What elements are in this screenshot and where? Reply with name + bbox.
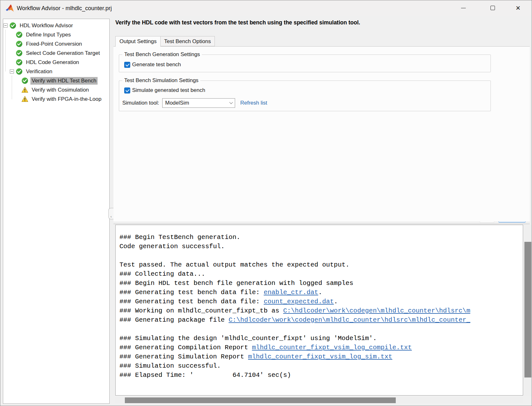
console-line: ### Generating Compilation Report mlhdlc… [119,343,523,352]
workflow-tree: HDL Workflow AdvisorDefine Input TypesFi… [3,19,110,404]
group-title: Test Bench Generation Settings [122,51,202,58]
sidebar-item-hdl-code-generation[interactable]: HDL Code Generation [3,58,109,67]
console-line: ### Generating package file C:\hdlcoder\… [119,315,523,325]
console-link[interactable]: C:\hdlcoder\work\codegen\mlhdlc_counter\… [283,307,471,314]
tree-item-label: Fixed-Point Conversion [25,40,83,48]
sidebar-item-fixed-point-conversion[interactable]: Fixed-Point Conversion [3,39,109,48]
simulate-test-bench-label: Simulate generated test bench [132,87,205,93]
refresh-list-link[interactable]: Refresh list [240,100,267,106]
sidebar-item-select-code-generation-target[interactable]: Select Code Generation Target [3,48,109,58]
generate-test-bench-label: Generate test bench [132,61,181,68]
console-line [119,325,523,334]
step-pane: Verify the HDL code with test vectors fr… [113,16,532,406]
console-line: ### Generating test bench data file: cou… [119,297,523,306]
console-text: ### Begin TestBench generation. [119,234,240,241]
tree-item-label: Verification [25,68,54,75]
console-text: . [318,289,322,296]
sidebar-item-hdl-workflow-advisor[interactable]: HDL Workflow Advisor [3,21,109,30]
console-text: ### Generating test bench data file: [119,289,264,296]
tree-collapse-icon[interactable] [10,69,14,74]
console-link[interactable]: C:\hdlcoder\work\codegen\mlhdlc_counter\… [228,316,470,324]
tree-item-label: Verify with HDL Test Bench [30,77,98,85]
sidebar-item-verify-with-cosimulation[interactable]: Verify with Cosimulation [3,85,109,94]
console-text: ### Simulation successful. [119,362,221,370]
console-text: ### Elapsed Time: ' 64.7104' sec(s) [119,371,291,379]
console-line: ### Generating Simulation Report mlhdlc_… [119,352,523,361]
status-check-icon [16,31,22,38]
console-line: ### Generating test bench data file: ena… [119,288,523,297]
maximize-icon[interactable] [483,0,503,16]
generate-test-bench-checkbox[interactable] [124,62,130,68]
close-icon[interactable]: ✕ [508,0,528,16]
output-settings-panel: Test Bench Generation Settings Generate … [113,46,530,222]
console-text: ### Working on mlhdlc_counter_fixpt_tb a… [119,307,283,314]
console-link[interactable]: mlhdlc_counter_fixpt_vsim_log_compile.tx… [252,344,412,351]
vertical-scrollbar-thumb[interactable] [524,242,531,377]
sidebar-item-verification[interactable]: Verification [3,67,109,76]
status-warning-icon [22,87,28,93]
status-check-icon [22,77,28,84]
simulation-tool-dropdown[interactable]: ModelSim [162,98,235,108]
tree-item-label: Select Code Generation Target [25,49,101,57]
console-text: ### Generating package file [119,316,228,324]
console-line: Code generation successful. [119,242,523,251]
titlebar: Workflow Advisor - mlhdlc_counter.prj ✕ [0,0,532,16]
window-title: Workflow Advisor - mlhdlc_counter.prj [17,0,112,16]
sidebar-item-verify-with-fpga-in-the-loop[interactable]: Verify with FPGA-in-the-Loop [3,94,109,104]
console-line: ### Begin TestBench generation. [119,233,523,242]
vertical-scrollbar[interactable] [524,225,532,396]
console-region: ### Begin TestBench generation.Code gene… [113,224,532,406]
console-text: ### Generating test bench data file: [119,298,264,305]
console-text: ### Generating Simulation Report [119,353,248,360]
tree-collapse-icon[interactable] [3,23,8,28]
tree-item-label: Verify with FPGA-in-the-Loop [30,95,103,103]
console-line: ### Begin HDL test bench file generation… [119,279,523,288]
status-check-icon [16,50,22,56]
console-output: ### Begin TestBench generation.Code gene… [115,225,523,396]
console-link[interactable]: mlhdlc_counter_fixpt_vsim_log_sim.txt [248,353,392,360]
console-line: ### Working on mlhdlc_counter_fixpt_tb a… [119,306,523,315]
status-check-icon [10,22,16,29]
console-line: ### Simulation successful. [119,361,523,371]
console-link[interactable]: enable_ctr.dat [264,289,318,296]
test-bench-simulation-group: Test Bench Simulation Settings Simulate … [119,81,491,111]
simulate-test-bench-checkbox[interactable] [124,87,130,93]
console-text: ### Simulating the design 'mlhdlc_counte… [119,335,377,342]
console-line: ### Simulating the design 'mlhdlc_counte… [119,334,523,343]
sidebar-item-define-input-types[interactable]: Define Input Types [3,30,109,39]
tree-item-label: HDL Workflow Advisor [18,22,74,29]
console-line: ### Elapsed Time: ' 64.7104' sec(s) [119,371,523,380]
console-text: ### Begin HDL test bench file generation… [119,280,353,287]
simulation-tool-value: ModelSim [165,100,189,106]
test-bench-generation-group: Test Bench Generation Settings Generate … [119,55,491,72]
console-text: ### Collecting data... [119,270,205,278]
status-check-icon [16,68,22,75]
tree-item-label: Define Input Types [25,31,72,39]
status-check-icon [16,59,22,66]
chevron-down-icon [229,100,233,104]
console-text: Code generation successful. [119,243,225,250]
sidebar-item-verify-with-hdl-test-bench[interactable]: Verify with HDL Test Bench [3,76,109,85]
horizontal-scrollbar[interactable] [115,397,523,403]
horizontal-scrollbar-thumb[interactable] [125,397,396,403]
simulation-tool-label: Simulation tool: [122,100,159,106]
panel-collapse-handle[interactable]: ‹ [108,208,113,219]
tabstrip: Output Settings Test Bench Options [113,36,530,46]
console-link[interactable]: count_expected.dat [264,298,334,305]
console-line [119,251,523,260]
console-line: Test passed. The actual output matches t… [119,260,523,269]
tree-item-label: HDL Code Generation [25,59,80,66]
status-check-icon [16,41,22,47]
step-description: Verify the HDL code with test vectors fr… [115,19,360,26]
console-line: ### Collecting data... [119,269,523,279]
workflow-advisor-window: Workflow Advisor - mlhdlc_counter.prj ✕ … [0,0,532,406]
console-text: Test passed. The actual output matches t… [119,261,349,268]
console-text: . [334,298,338,305]
minimize-icon[interactable] [453,0,473,16]
tree-item-label: Verify with Cosimulation [30,86,90,94]
group-title: Test Bench Simulation Settings [122,77,200,84]
console-text: ### Generating Compilation Report [119,344,252,351]
tab-test-bench-options[interactable]: Test Bench Options [160,36,215,46]
status-warning-icon [22,96,28,102]
tab-output-settings[interactable]: Output Settings [115,36,161,47]
